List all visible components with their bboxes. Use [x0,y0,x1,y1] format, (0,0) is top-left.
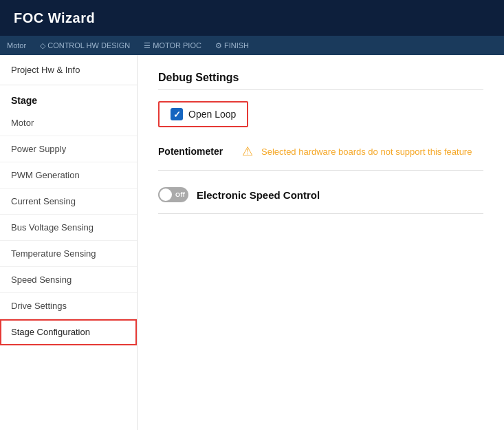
esc-row: Off Electronic Speed Control [158,187,483,214]
top-nav-control-hw[interactable]: ◇ CONTROL HW DESIGN [40,41,130,50]
sidebar-item-temperature-sensing[interactable]: Temperature Sensing [0,241,137,267]
open-loop-container[interactable]: Open Loop [158,101,248,127]
toggle-state-label: Off [175,191,185,198]
main-layout: Project Hw & Info Stage Motor Power Supp… [0,55,504,430]
top-nav: Motor ◇ CONTROL HW DESIGN ☰ MOTOR PIOC ⚙… [0,36,504,55]
top-nav-motor-pioc[interactable]: ☰ MOTOR PIOC [144,41,201,50]
sidebar-item-power-supply[interactable]: Power Supply [0,136,137,162]
top-nav-finish[interactable]: ⚙ FINISH [215,41,249,50]
sidebar-item-project-hw-info[interactable]: Project Hw & Info [0,55,137,85]
sidebar: Project Hw & Info Stage Motor Power Supp… [0,55,138,430]
app-title: FOC Wizard [14,10,95,26]
potentiometer-warning-text: Selected hardware boards do not support … [261,147,472,157]
potentiometer-label: Potentiometer [158,146,234,157]
open-loop-checkbox[interactable] [171,108,183,120]
sidebar-stage-label: Stage [0,85,137,110]
sidebar-item-pwm-generation[interactable]: PWM Generation [0,162,137,189]
sidebar-item-speed-sensing[interactable]: Speed Sensing [0,267,137,293]
esc-label: Electronic Speed Control [197,189,320,201]
top-nav-motor[interactable]: Motor [7,41,26,50]
sidebar-item-bus-voltage-sensing[interactable]: Bus Voltage Sensing [0,215,137,241]
sidebar-item-motor[interactable]: Motor [0,110,137,136]
main-content: Debug Settings Open Loop Potentiometer ⚠… [138,55,504,430]
app-header: FOC Wizard [0,0,504,36]
section-title: Debug Settings [158,72,483,90]
potentiometer-row: Potentiometer ⚠ Selected hardware boards… [158,144,483,171]
toggle-knob [160,189,172,201]
warning-icon: ⚠ [242,144,253,159]
sidebar-item-drive-settings[interactable]: Drive Settings [0,293,137,319]
open-loop-label: Open Loop [188,109,236,120]
sidebar-item-current-sensing[interactable]: Current Sensing [0,189,137,215]
esc-toggle[interactable]: Off [158,187,188,202]
sidebar-item-stage-configuration[interactable]: Stage Configuration [0,319,137,345]
